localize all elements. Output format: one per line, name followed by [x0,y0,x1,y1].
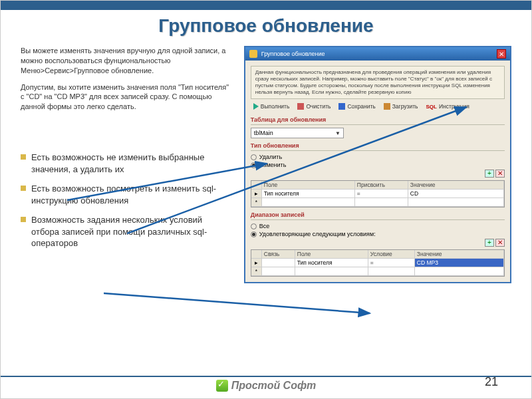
radio-conditions[interactable]: Удовлетворяющие следующим условиям: [251,231,505,237]
grid-cell[interactable]: Тип носителя [262,190,355,198]
radio-icon [251,231,257,237]
table-combo[interactable]: tblMain▼ [251,128,344,138]
grid-cell[interactable]: = [368,259,415,267]
clear-icon [297,103,304,110]
intro-paragraph-1: Вы можете изменять значения вручную для … [21,46,232,76]
arrow-annotation [104,287,390,320]
bullet-item: Есть возможность посмотреть и изменить s… [21,183,232,206]
grid-header: Связь [262,250,295,259]
bullet-item: Есть возможность не изменить выбранные з… [21,152,232,175]
grid-cell[interactable] [295,267,368,276]
grid-cell[interactable] [262,267,295,276]
grid-cell[interactable] [368,267,415,276]
row-marker-icon: ▸ [251,190,262,198]
radio-delete-label: Удалить [259,154,282,160]
page-number: 21 [485,375,498,389]
add-row-button[interactable]: + [485,170,494,178]
save-label: Сохранить [347,103,375,110]
grid-cell[interactable]: CD [408,190,504,198]
brand-text: Простой Софт [231,380,317,392]
bullet-text: Возможность задания нескольких условий о… [31,214,232,249]
brand-logo: Простой Софт [216,380,317,392]
bullet-text: Есть возможность не изменить выбранные з… [31,152,232,175]
bullet-icon [21,217,26,222]
radio-delete[interactable]: Удалить [251,154,505,160]
grid-cell[interactable]: Тип носителя [295,259,368,267]
bullet-icon [21,186,26,191]
grid-header: Поле [262,181,355,190]
save-button[interactable]: Сохранить [336,102,378,110]
info-box: Данная функциональность предназначена дл… [251,66,505,99]
intro-paragraph-2: Допустим, вы хотите изменить значения по… [21,82,232,112]
bullet-icon [21,154,26,160]
radio-icon [251,162,257,168]
row-marker-icon: * [251,198,262,207]
load-label: Загрузить [392,103,418,110]
radio-all-label: Все [259,223,270,229]
radio-all[interactable]: Все [251,223,505,229]
grid-header: Значение [415,250,504,259]
grid-header: Значение [408,181,504,190]
save-icon [338,103,345,110]
dialog-titlebar[interactable]: Групповое обновление ✕ [245,47,510,61]
grid-header: Поле [295,250,368,259]
play-icon [253,103,259,110]
range-grid: Связь Поле Условие Значение ▸ Тип носите… [251,249,505,277]
bullet-text: Есть возможность посмотреть и изменить s… [31,183,232,206]
radio-change-label: Изменить [259,162,287,168]
clear-label: Очистить [306,103,331,110]
sql-icon: SQL [426,104,437,110]
add-row-button[interactable]: + [485,239,494,247]
radio-icon [251,154,257,160]
grid-cell[interactable] [415,267,504,276]
run-label: Выполнить [261,103,290,110]
radio-icon [251,223,257,229]
table-value: tblMain [254,130,273,136]
grid-cell[interactable]: = [355,190,408,198]
grid-marker-header [251,181,262,190]
grid-cell[interactable] [408,198,504,207]
slide-title: Групповое обновление [1,15,531,37]
close-icon[interactable]: ✕ [497,49,506,59]
section-type-title: Тип обновления [251,142,505,151]
section-table-title: Таблица для обновления [251,116,505,125]
grid-header: Условие [368,250,415,259]
dialog-icon [249,50,257,58]
grid-cell[interactable] [262,259,295,267]
left-column: Вы можете изменять значения вручную для … [21,46,232,283]
chevron-down-icon: ▼ [335,130,340,136]
sql-button[interactable]: SQLИнструкция [424,102,472,110]
toolbar: Выполнить Очистить Сохранить Загрузить S… [251,99,505,112]
grid-header: Присвоить [355,181,408,190]
load-button[interactable]: Загрузить [381,102,421,110]
row-marker-icon: * [251,267,262,276]
clear-button[interactable]: Очистить [295,102,333,110]
section-range-title: Диапазон записей [251,211,505,220]
update-grid: Поле Присвоить Значение ▸ Тип носителя =… [251,180,505,207]
run-button[interactable]: Выполнить [251,102,293,110]
check-icon [216,380,228,392]
instr-label: Инструкция [439,103,469,110]
grid-cell[interactable]: CD MP3 [415,259,504,267]
dialog-window: Групповое обновление ✕ Данная функционал… [244,46,511,283]
footer: Простой Софт 21 [1,376,531,398]
grid-marker-header [251,250,262,259]
radio-change[interactable]: Изменить [251,162,505,168]
row-marker-icon: ▸ [251,259,262,267]
grid-cell[interactable] [355,198,408,207]
svg-line-3 [104,293,370,313]
radio-cond-label: Удовлетворяющие следующим условиям: [259,231,376,237]
delete-row-button[interactable]: ✕ [495,239,505,247]
top-bar [1,1,531,10]
delete-row-button[interactable]: ✕ [495,170,505,178]
dialog-title-text: Групповое обновление [261,51,325,57]
bullet-item: Возможность задания нескольких условий о… [21,214,232,249]
load-icon [384,103,390,110]
grid-cell[interactable] [262,198,355,207]
